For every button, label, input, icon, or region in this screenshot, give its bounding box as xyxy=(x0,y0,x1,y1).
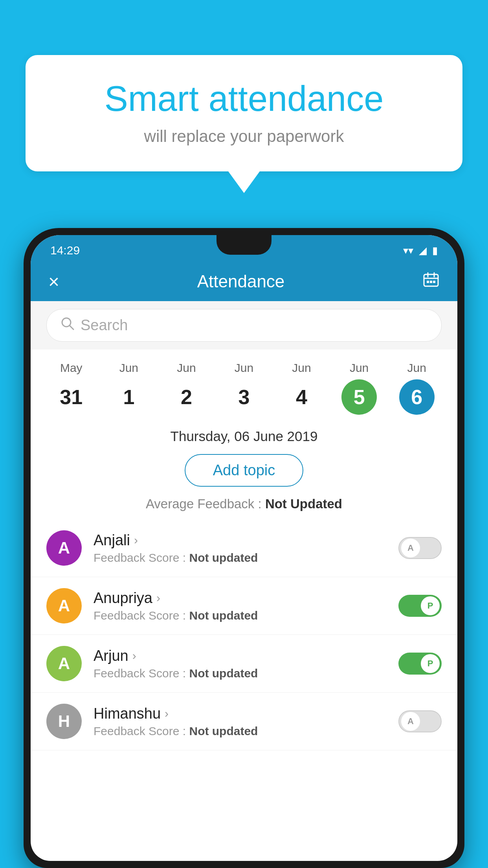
feedback-score: Feedback Score : Not updated xyxy=(94,725,398,738)
student-item[interactable]: AArjun›Feedback Score : Not updatedP xyxy=(31,635,457,693)
avatar: A xyxy=(46,646,82,681)
student-item[interactable]: AAnjali›Feedback Score : Not updatedA xyxy=(31,519,457,577)
feedback-score: Feedback Score : Not updated xyxy=(94,609,398,622)
calendar-strip: May31Jun1Jun2Jun3Jun4Jun5Jun6 xyxy=(31,349,457,421)
student-item[interactable]: HHimanshu›Feedback Score : Not updatedA xyxy=(31,693,457,750)
attendance-toggle[interactable]: A xyxy=(398,537,442,559)
student-name: Anjali› xyxy=(94,532,398,549)
cal-month-label: Jun xyxy=(292,361,311,375)
search-icon xyxy=(61,316,75,334)
feedback-value: Not updated xyxy=(189,551,258,564)
signal-icon: ◢ xyxy=(419,245,427,257)
toggle-knob: P xyxy=(421,596,440,615)
feedback-label: Feedback Score : xyxy=(94,667,189,680)
student-name-text: Anjali xyxy=(94,532,130,549)
avg-feedback-value: Not Updated xyxy=(265,497,342,511)
feedback-label: Feedback Score : xyxy=(94,609,189,622)
cal-date-label: 5 xyxy=(341,379,377,415)
feedback-score: Feedback Score : Not updated xyxy=(94,551,398,565)
cal-date-label: 6 xyxy=(399,379,435,415)
student-name-text: Anupriya xyxy=(94,590,152,607)
student-info: Arjun›Feedback Score : Not updated xyxy=(94,647,398,680)
app-header: × Attendance xyxy=(31,262,457,301)
search-bar[interactable]: Search xyxy=(46,309,442,342)
cal-month-label: Jun xyxy=(350,361,369,375)
speech-bubble-title: Smart attendance xyxy=(57,79,431,119)
attendance-toggle[interactable]: P xyxy=(398,595,442,617)
student-item[interactable]: AAnupriya›Feedback Score : Not updatedP xyxy=(31,577,457,635)
add-topic-container: Add topic xyxy=(31,448,457,493)
cal-date-label: 1 xyxy=(111,379,147,415)
calendar-day[interactable]: May31 xyxy=(51,361,91,415)
cal-month-label: May xyxy=(60,361,83,375)
student-name-text: Arjun xyxy=(94,647,128,664)
toggle-container: A xyxy=(398,710,442,732)
speech-bubble: Smart attendance will replace your paper… xyxy=(26,55,462,171)
avatar: A xyxy=(46,530,82,566)
avatar: H xyxy=(46,704,82,739)
cal-month-label: Jun xyxy=(407,361,426,375)
toggle-knob: P xyxy=(421,654,440,673)
feedback-label: Feedback Score : xyxy=(94,725,189,737)
student-name: Anupriya› xyxy=(94,590,398,607)
header-title: Attendance xyxy=(197,272,285,291)
toggle-knob: A xyxy=(401,712,420,731)
calendar-day[interactable]: Jun4 xyxy=(282,361,321,415)
feedback-score: Feedback Score : Not updated xyxy=(94,667,398,680)
toggle-container: A xyxy=(398,537,442,559)
svg-rect-4 xyxy=(427,281,429,283)
feedback-value: Not updated xyxy=(189,609,258,622)
feedback-label: Feedback Score : xyxy=(94,551,189,564)
feedback-value: Not updated xyxy=(189,667,258,680)
cal-date-label: 2 xyxy=(169,379,204,415)
calendar-day[interactable]: Jun6 xyxy=(397,361,437,415)
student-info: Himanshu›Feedback Score : Not updated xyxy=(94,705,398,738)
svg-line-8 xyxy=(70,326,73,329)
attendance-toggle[interactable]: P xyxy=(398,653,442,675)
status-time: 14:29 xyxy=(50,244,80,257)
phone-notch xyxy=(216,235,272,255)
svg-rect-5 xyxy=(430,281,432,283)
toggle-container: P xyxy=(398,653,442,675)
chevron-right-icon: › xyxy=(165,707,169,720)
chevron-right-icon: › xyxy=(132,649,136,662)
calendar-day[interactable]: Jun3 xyxy=(224,361,264,415)
student-name-text: Himanshu xyxy=(94,705,161,722)
student-list: AAnjali›Feedback Score : Not updatedAAAn… xyxy=(31,519,457,750)
phone-frame: 14:29 ▾▾ ◢ ▮ × Attendance xyxy=(24,228,464,868)
cal-month-label: Jun xyxy=(235,361,253,375)
calendar-day[interactable]: Jun2 xyxy=(167,361,206,415)
close-button[interactable]: × xyxy=(48,271,59,292)
status-icons: ▾▾ ◢ ▮ xyxy=(403,245,438,257)
cal-date-label: 3 xyxy=(226,379,262,415)
cal-month-label: Jun xyxy=(177,361,196,375)
selected-date: Thursday, 06 June 2019 xyxy=(31,421,457,448)
student-name: Arjun› xyxy=(94,647,398,664)
search-container: Search xyxy=(31,301,457,349)
cal-date-label: 4 xyxy=(284,379,319,415)
wifi-icon: ▾▾ xyxy=(403,245,413,257)
calendar-button[interactable] xyxy=(422,271,440,292)
student-info: Anjali›Feedback Score : Not updated xyxy=(94,532,398,565)
avg-feedback-label: Average Feedback : xyxy=(146,497,265,511)
search-placeholder: Search xyxy=(81,317,128,334)
svg-rect-6 xyxy=(433,281,435,283)
calendar-day[interactable]: Jun5 xyxy=(339,361,379,415)
student-name: Himanshu› xyxy=(94,705,398,722)
cal-month-label: Jun xyxy=(119,361,138,375)
speech-bubble-subtitle: will replace your paperwork xyxy=(57,127,431,146)
chevron-right-icon: › xyxy=(134,533,138,547)
attendance-toggle[interactable]: A xyxy=(398,710,442,732)
feedback-value: Not updated xyxy=(189,725,258,737)
avg-feedback: Average Feedback : Not Updated xyxy=(31,493,457,519)
add-topic-button[interactable]: Add topic xyxy=(185,454,303,487)
svg-rect-0 xyxy=(424,274,438,286)
toggle-container: P xyxy=(398,595,442,617)
phone-screen: 14:29 ▾▾ ◢ ▮ × Attendance xyxy=(31,235,457,861)
cal-date-label: 31 xyxy=(53,379,89,415)
avatar: A xyxy=(46,588,82,623)
chevron-right-icon: › xyxy=(156,591,160,605)
student-info: Anupriya›Feedback Score : Not updated xyxy=(94,590,398,622)
calendar-day[interactable]: Jun1 xyxy=(109,361,149,415)
battery-icon: ▮ xyxy=(432,245,438,257)
